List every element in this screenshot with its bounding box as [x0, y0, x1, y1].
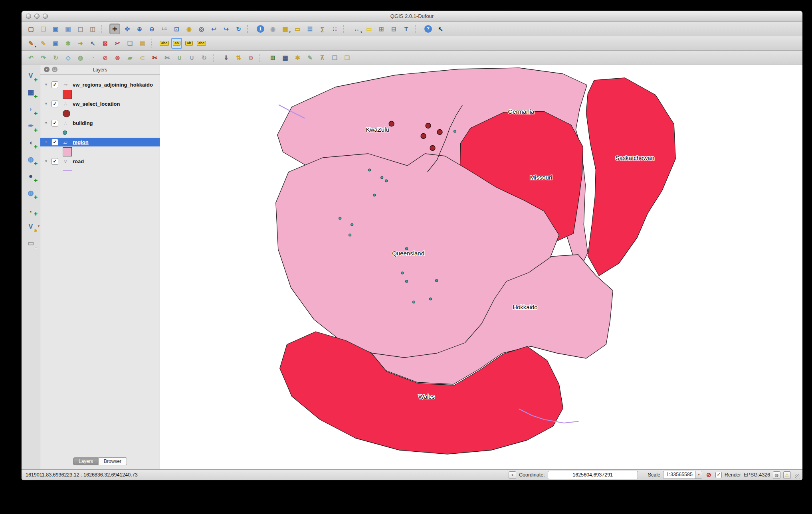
delete-selected-button[interactable]: ⊠: [100, 38, 111, 49]
tab-browser[interactable]: Browser: [99, 457, 127, 465]
disclosure-triangle-icon[interactable]: ▼: [44, 83, 48, 87]
delete-ring-button[interactable]: ⊘: [100, 52, 111, 63]
remove-layer-button[interactable]: ▭−: [25, 237, 36, 249]
layer-visibility-checkbox[interactable]: ✓: [51, 158, 58, 165]
merge-attributes-button[interactable]: ∪: [186, 52, 197, 63]
add-wcs-layer-button[interactable]: ●✚: [25, 170, 36, 182]
edit-layer-button[interactable]: ✎: [305, 52, 315, 63]
reshape-features-button[interactable]: ▰: [125, 52, 135, 63]
add-vector-layer-button[interactable]: V✚: [25, 70, 36, 81]
identify-features-button[interactable]: ℹ: [255, 24, 266, 34]
panel-float-button[interactable]: ❏: [52, 67, 57, 72]
import-vector-layer-button[interactable]: ⊞: [267, 52, 278, 63]
map-canvas[interactable]: KwaZuluGermaniaSaskatchewanMissouriQueen…: [160, 65, 802, 469]
offline-editing-convert-button[interactable]: ⇓: [221, 52, 232, 63]
add-wms-layer-button[interactable]: ◍✚: [25, 154, 36, 165]
rotate-point-symbols-button[interactable]: ↻: [199, 52, 210, 63]
label-show-hide-button[interactable]: abc: [196, 38, 207, 49]
open-attribute-table-button[interactable]: ☰: [305, 24, 315, 34]
add-spatialite-layer-button[interactable]: ✒✚: [25, 120, 36, 131]
new-bookmark-button[interactable]: ⊞: [376, 24, 387, 34]
layer-visibility-checkbox[interactable]: ✓: [51, 101, 58, 107]
merge-features-button[interactable]: ∪: [174, 52, 185, 63]
add-mssql-layer-button[interactable]: ◖✚: [25, 137, 36, 148]
node-tool-button[interactable]: ↖: [87, 38, 98, 49]
paste-style-button[interactable]: ❏: [342, 52, 353, 63]
pan-map-button[interactable]: ✛: [109, 24, 120, 34]
layer-row-vw_regions_adjoining_hokkaido[interactable]: ▼✓▱vw_regions_adjoining_hokkaido: [40, 80, 160, 89]
current-edits-button[interactable]: ✎▾: [26, 38, 36, 49]
panel-close-button[interactable]: ×: [44, 67, 50, 72]
close-window-button[interactable]: [26, 14, 31, 19]
split-parts-button[interactable]: ✄: [162, 52, 172, 63]
offline-editing-sync-button[interactable]: ⇅: [233, 52, 244, 63]
minimize-window-button[interactable]: [34, 14, 40, 19]
add-delimited-text-layer-button[interactable]: ,✚: [25, 204, 36, 215]
scale-combo[interactable]: 1:33565585 ▾: [663, 471, 702, 479]
add-wfs-layer-button[interactable]: ◍✚: [25, 187, 36, 198]
zoom-next-button[interactable]: ↪: [221, 24, 232, 34]
layer-visibility-checkbox[interactable]: ✓: [51, 81, 58, 88]
move-feature-button[interactable]: ➜: [75, 38, 86, 49]
add-raster-layer-button[interactable]: ▦✚: [25, 87, 36, 98]
layer-visibility-checkbox[interactable]: ✓: [51, 139, 58, 146]
resize-grip[interactable]: [795, 474, 800, 479]
whats-this-button[interactable]: ↖: [435, 24, 446, 34]
copy-features-button[interactable]: ❏: [125, 38, 135, 49]
rotate-feature-button[interactable]: ↻: [50, 52, 61, 63]
layer-labeling-options-button[interactable]: abc: [159, 38, 170, 49]
stop-render-icon[interactable]: ⊘: [705, 471, 713, 479]
new-print-composer-button[interactable]: ▢: [75, 24, 86, 34]
new-shapefile-layer-button[interactable]: V✱▾: [25, 221, 36, 232]
zoom-to-layer-button[interactable]: ◎: [196, 24, 207, 34]
pan-to-selection-button[interactable]: ✜: [122, 24, 133, 34]
zoom-last-button[interactable]: ↩: [208, 24, 219, 34]
render-checkbox[interactable]: ✓: [715, 472, 722, 478]
run-feature-action-button[interactable]: ◉: [267, 24, 278, 34]
paste-features-button[interactable]: ▤: [137, 38, 148, 49]
crs-status-icon[interactable]: ◍: [773, 471, 780, 479]
label-pin-unpin-button[interactable]: ab: [171, 38, 182, 49]
help-contents-button[interactable]: ?: [423, 24, 434, 34]
measure-line-button[interactable]: ↔▾: [351, 24, 362, 34]
composer-manager-button[interactable]: ◫: [87, 24, 98, 34]
deselect-all-button[interactable]: ▭: [292, 24, 303, 34]
add-feature-button[interactable]: ✱: [63, 38, 73, 49]
show-bookmarks-button[interactable]: ⊟: [388, 24, 399, 34]
copy-style-button[interactable]: ❏: [329, 52, 340, 63]
zoom-window-button[interactable]: [43, 14, 48, 19]
tab-layers[interactable]: Layers: [73, 457, 99, 465]
open-project-button[interactable]: ❏: [38, 24, 49, 34]
zoom-in-button[interactable]: ⊕: [134, 24, 145, 34]
layer-row-region[interactable]: ▼✓▱region: [40, 138, 160, 146]
fix-topology-button[interactable]: ⊼: [317, 52, 328, 63]
style-layer-button[interactable]: ✱: [292, 52, 303, 63]
statistical-summary-button[interactable]: ∷: [329, 24, 340, 34]
save-layer-edits-button[interactable]: ▣: [50, 38, 61, 49]
text-annotation-button[interactable]: T: [401, 24, 412, 34]
disclosure-triangle-icon[interactable]: ▼: [44, 140, 48, 144]
offset-curve-button[interactable]: ⊂: [137, 52, 148, 63]
scale-dropdown-icon[interactable]: ▾: [695, 471, 702, 478]
title-bar[interactable]: QGIS 2.0.1-Dufour: [22, 11, 802, 22]
label-move-button[interactable]: ab: [184, 38, 194, 49]
zoom-native-button[interactable]: 1:1: [159, 24, 170, 34]
messages-warning-icon[interactable]: ⚠: [783, 471, 791, 479]
new-project-button[interactable]: ▢: [26, 24, 36, 34]
add-part-button[interactable]: ◔: [87, 52, 98, 63]
save-project-as-button[interactable]: ▣: [63, 24, 73, 34]
layer-visibility-checkbox[interactable]: ✓: [51, 120, 58, 127]
zoom-full-button[interactable]: ⊡: [171, 24, 182, 34]
disclosure-triangle-icon[interactable]: ▼: [44, 159, 48, 163]
offline-editing-reset-button[interactable]: ⊖: [246, 52, 256, 63]
field-calculator-button[interactable]: ∑: [317, 24, 328, 34]
map-tips-button[interactable]: ▭: [364, 24, 374, 34]
zoom-to-selection-button[interactable]: ◉: [184, 24, 194, 34]
layer-row-road[interactable]: ▼✓∨road: [40, 157, 160, 166]
undo-button[interactable]: ↶: [26, 52, 36, 63]
delete-part-button[interactable]: ⊗: [112, 52, 123, 63]
add-ring-button[interactable]: ◍: [75, 52, 86, 63]
add-postgis-layer-button[interactable]: ◗✚: [25, 103, 36, 115]
coordinate-input[interactable]: [548, 471, 638, 479]
split-features-button[interactable]: ✄: [149, 52, 160, 63]
